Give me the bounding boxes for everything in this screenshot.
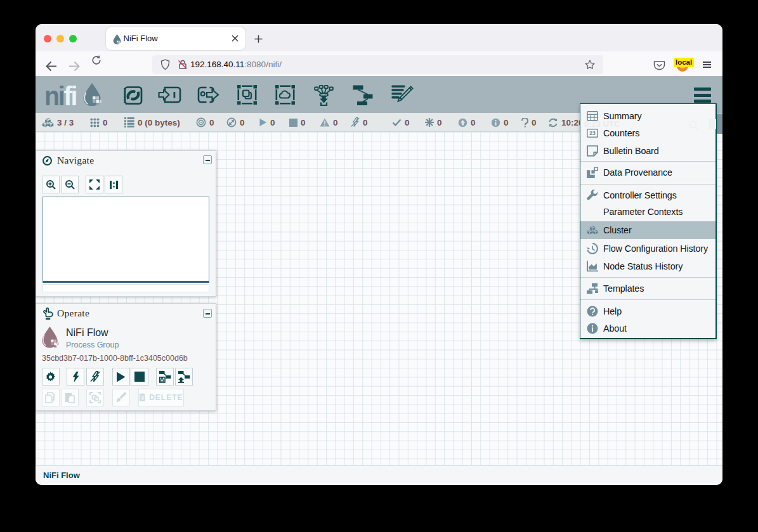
svg-text:23: 23: [589, 130, 596, 136]
